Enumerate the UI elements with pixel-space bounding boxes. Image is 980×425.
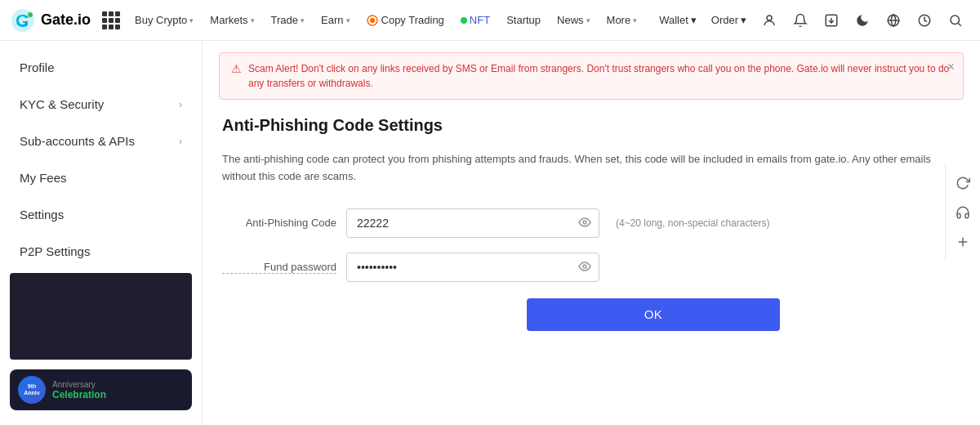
ok-button-row: OK [346,298,960,331]
download-icon[interactable] [817,6,846,35]
sidebar: Profile KYC & Security › Sub-accounts & … [0,41,203,425]
nav-trade[interactable]: Trade ▾ [265,0,311,41]
alert-close-button[interactable]: × [947,60,955,74]
fund-password-input-wrap [346,253,599,282]
description-text: The anti-phishing code can protect you f… [222,151,960,186]
sidebar-item-settings[interactable]: Settings [0,196,202,233]
sidebar-item-p2p[interactable]: P2P Settings [0,233,202,270]
history-icon[interactable] [910,6,939,35]
notification-icon[interactable] [786,6,815,35]
page-title: Anti-Phishing Code Settings [222,116,960,135]
anti-phishing-label: Anti-Phishing Code [222,217,336,229]
add-icon-btn[interactable] [949,228,977,256]
nav-markets[interactable]: Markets ▾ [203,0,261,41]
form-area: Anti-Phishing Code Settings The anti-phi… [203,100,980,347]
anniversary-text: Anniversary Celebration [52,380,106,400]
chevron-icon: ▾ [346,16,350,25]
chevron-icon: ▾ [633,16,637,25]
nav-right: Wallet ▾ Order ▾ [653,0,970,41]
chevron-right-icon: › [179,136,182,147]
nav-news[interactable]: News ▾ [550,0,597,41]
nav-earn[interactable]: Earn ▾ [314,0,356,41]
nav-order[interactable]: Order ▾ [705,0,753,41]
logo[interactable]: Gate.io [10,7,91,34]
svg-point-8 [951,16,960,25]
navbar: Gate.io Buy Crypto ▾ Markets ▾ Trade ▾ E… [0,0,980,41]
chevron-icon: ▾ [586,16,590,25]
nav-more[interactable]: More ▾ [600,0,644,41]
main-content: ⚠ Scam Alert! Don't click on any links r… [203,41,980,425]
fund-password-row: Fund password [222,253,960,282]
theme-icon[interactable] [848,6,877,35]
anti-phishing-row: Anti-Phishing Code (4~20 long, non-speci… [222,208,960,238]
svg-point-1 [28,12,33,17]
nav-nft[interactable]: NFT [454,0,497,41]
anniversary-badge: 9thAnniv [18,376,46,404]
chevron-icon: ▾ [189,16,194,25]
main-layout: Profile KYC & Security › Sub-accounts & … [0,41,980,425]
fund-password-input[interactable] [346,253,599,282]
support-icon-btn[interactable] [949,199,977,226]
account-icon[interactable] [755,6,784,35]
anti-phishing-input[interactable] [346,208,599,238]
nav-wallet[interactable]: Wallet ▾ [653,0,703,41]
chevron-icon: ▾ [741,14,746,26]
eye-icon[interactable] [578,217,591,230]
sidebar-item-profile[interactable]: Profile [0,49,202,86]
sidebar-menu: Profile KYC & Security › Sub-accounts & … [0,49,202,270]
nav-buy-crypto[interactable]: Buy Crypto ▾ [128,0,200,41]
fund-password-label: Fund password [222,261,336,274]
chevron-icon: ▾ [251,16,255,25]
sidebar-item-fees[interactable]: My Fees [0,159,202,196]
svg-point-3 [370,18,375,23]
anti-phishing-input-wrap [346,208,599,238]
logo-text: Gate.io [41,11,91,29]
language-icon[interactable] [879,6,908,35]
alert-icon: ⚠ [231,62,242,75]
anniversary-banner[interactable]: 9thAnniv Anniversary Celebration [10,369,192,410]
nav-startup[interactable]: Startup [500,0,547,41]
ok-button[interactable]: OK [527,298,780,331]
svg-point-4 [767,16,772,20]
nft-dot-icon [461,17,467,24]
refresh-icon-btn[interactable] [949,169,977,197]
grid-icon[interactable] [102,11,120,29]
password-eye-icon[interactable] [578,261,591,274]
search-icon[interactable] [941,6,970,35]
sidebar-item-kyc[interactable]: KYC & Security › [0,86,202,123]
right-side-icons [945,164,980,261]
svg-point-10 [583,265,586,268]
chevron-icon: ▾ [301,16,305,25]
nav-copy-trading[interactable]: Copy Trading [360,0,451,41]
copy-trading-icon [367,15,378,26]
sidebar-item-subaccounts[interactable]: Sub-accounts & APIs › [0,123,202,159]
scam-alert: ⚠ Scam Alert! Don't click on any links r… [219,52,964,100]
chevron-right-icon: › [179,99,182,110]
svg-point-9 [583,221,586,224]
anti-phishing-hint: (4~20 long, non-special characters) [616,217,769,229]
chevron-icon: ▾ [691,14,697,26]
